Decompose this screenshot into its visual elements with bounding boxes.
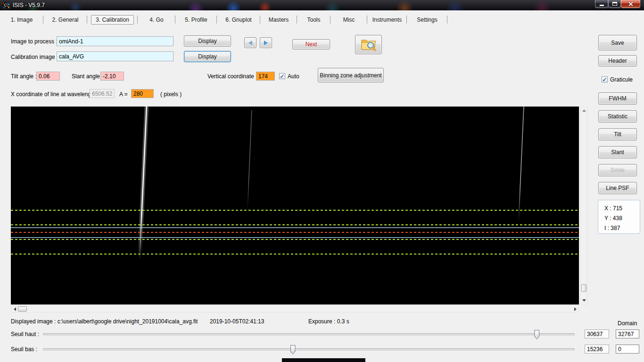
- next-image-button[interactable]: [260, 37, 272, 48]
- vertical-scroll-thumb[interactable]: [581, 284, 586, 292]
- horizontal-scroll-thumb[interactable]: [18, 306, 27, 312]
- arrow-right-icon: [264, 41, 268, 45]
- scroll-up-icon[interactable]: [582, 109, 586, 112]
- save-button[interactable]: Save: [598, 35, 637, 50]
- close-icon: [628, 1, 633, 7]
- spectral-image-view[interactable]: [11, 107, 579, 304]
- tab-1-image[interactable]: 1. Image: [0, 14, 43, 25]
- sidebar-action-buttons: FWHMStatisticTiltSlantSmileLine PSF: [598, 92, 637, 200]
- tab-label: 1. Image: [11, 16, 33, 23]
- header-button[interactable]: Header: [598, 55, 637, 66]
- scroll-down-icon[interactable]: [582, 299, 586, 302]
- maximize-button[interactable]: [608, 0, 621, 8]
- tab-label: Misc: [343, 16, 355, 23]
- cursor-readout-line: Y : 438: [604, 214, 640, 223]
- tab-label: 5. Profile: [185, 16, 207, 23]
- close-button[interactable]: [621, 0, 640, 8]
- statistic-button[interactable]: Statistic: [598, 110, 637, 123]
- tab-label: Masters: [269, 16, 289, 23]
- image-to-process-input[interactable]: [57, 36, 173, 46]
- pixels-unit-label: ( pixels ): [160, 91, 182, 98]
- fwhm-button[interactable]: FWHM: [598, 92, 637, 105]
- auto-checkbox[interactable]: [279, 73, 285, 79]
- displayed-image-path: Displayed image : c:\users\albert\google…: [11, 318, 198, 325]
- taskbar-sliver: [282, 358, 365, 362]
- smile-button: Smile: [598, 164, 637, 176]
- vertical-scrollbar[interactable]: [580, 107, 587, 304]
- maximize-icon: [612, 2, 617, 6]
- tab-label: Settings: [417, 16, 437, 23]
- horizontal-scrollbar[interactable]: [11, 305, 579, 313]
- exposure-label: Exposure : 0.3 s: [308, 318, 349, 325]
- wavelength-input: [90, 89, 115, 98]
- tab-bar: 1. Image2. General3. Calibration4. Go5. …: [0, 14, 447, 25]
- tab-2-general[interactable]: 2. General: [43, 14, 87, 25]
- image-timestamp: 2019-10-05T02:41:13: [210, 318, 264, 325]
- x-coordinate-input[interactable]: [131, 89, 154, 98]
- tab-3-calibration[interactable]: 3. Calibration: [87, 14, 138, 25]
- window-title: ISIS - V5.9.7: [13, 2, 45, 8]
- scroll-left-icon[interactable]: [14, 307, 16, 311]
- tilt-angle-label: Tilt angle :: [11, 73, 37, 80]
- seuil-bas-slider[interactable]: [43, 348, 575, 350]
- tab-misc[interactable]: Misc: [330, 14, 367, 25]
- tab-4-go[interactable]: 4. Go: [138, 14, 175, 25]
- graticule-checkbox[interactable]: [602, 76, 608, 82]
- domain-low-value[interactable]: [616, 345, 639, 354]
- slant-angle-input[interactable]: [100, 72, 124, 81]
- slant-button[interactable]: Slant: [598, 146, 637, 158]
- tab-settings[interactable]: Settings: [407, 14, 447, 25]
- seuil-haut-slider[interactable]: [43, 333, 575, 335]
- tab-6-gnuplot[interactable]: 6. Gnuplot: [217, 14, 260, 25]
- seuil-bas-thumb[interactable]: [290, 345, 296, 354]
- arrow-left-icon: [248, 41, 252, 45]
- isis-app-icon: [2, 1, 9, 9]
- graticule-label: Graticule: [610, 76, 633, 83]
- calibration-image-label: Calibration image :: [11, 54, 58, 61]
- minimize-button[interactable]: [595, 0, 608, 8]
- seuil-haut-label: Seuil haut :: [11, 331, 39, 338]
- tab-label: 3. Calibration: [91, 15, 134, 25]
- display-image-button[interactable]: Display: [184, 35, 231, 47]
- minimize-icon: [600, 5, 604, 6]
- auto-label: Auto: [288, 73, 299, 80]
- tilt-button[interactable]: Tilt: [598, 128, 637, 140]
- tab-label: 6. Gnuplot: [225, 16, 251, 23]
- cursor-readout-box: X : 715Y : 438I : 387: [598, 200, 640, 234]
- slant-angle-label: Slant angle :: [72, 73, 103, 80]
- seuil-haut-thumb[interactable]: [534, 330, 539, 339]
- a-equals-label: A =: [119, 91, 128, 98]
- domain-high-value[interactable]: [616, 329, 639, 338]
- x-coordinate-label: X coordinate of line at wavelength: [11, 91, 96, 98]
- title-bar: ISIS - V5.9.7: [0, 0, 644, 10]
- seuil-haut-value[interactable]: [585, 329, 609, 338]
- browse-display-button[interactable]: [355, 35, 382, 54]
- vertical-coordinate-label: Vertical coordinate :: [207, 73, 257, 80]
- tab-5-profile[interactable]: 5. Profile: [175, 14, 217, 25]
- line-psf-button[interactable]: Line PSF: [598, 182, 637, 194]
- tab-label: 4. Go: [149, 16, 163, 23]
- image-to-process-label: Image to process :: [11, 38, 58, 45]
- display-calibration-button[interactable]: Display: [184, 51, 231, 62]
- tab-label: 2. General: [52, 16, 78, 23]
- tilt-angle-input[interactable]: [36, 72, 60, 81]
- tab-label: Tools: [307, 16, 320, 23]
- next-button[interactable]: Next: [292, 39, 330, 49]
- seuil-bas-value[interactable]: [585, 345, 609, 354]
- calibration-image-input[interactable]: [57, 51, 173, 61]
- binning-zone-adjustment-button[interactable]: Binning zone adjustment: [318, 68, 384, 82]
- scroll-right-icon[interactable]: [574, 307, 577, 311]
- isis-window: ISIS - V5.9.7 1. Image2. General3. Calib…: [0, 0, 644, 362]
- tab-instruments[interactable]: Instruments: [367, 14, 407, 25]
- cursor-readout-line: X : 715: [604, 204, 640, 214]
- folder-search-icon: [361, 38, 377, 51]
- seuil-bas-label: Seuil bas :: [11, 346, 37, 353]
- tab-masters[interactable]: Masters: [260, 14, 297, 25]
- tab-label: Instruments: [372, 16, 402, 23]
- previous-image-button[interactable]: [244, 37, 256, 48]
- tab-tools[interactable]: Tools: [297, 14, 330, 25]
- vertical-coordinate-input[interactable]: [256, 72, 275, 81]
- domain-label: Domain: [618, 320, 637, 327]
- cursor-readout-line: I : 387: [604, 223, 640, 233]
